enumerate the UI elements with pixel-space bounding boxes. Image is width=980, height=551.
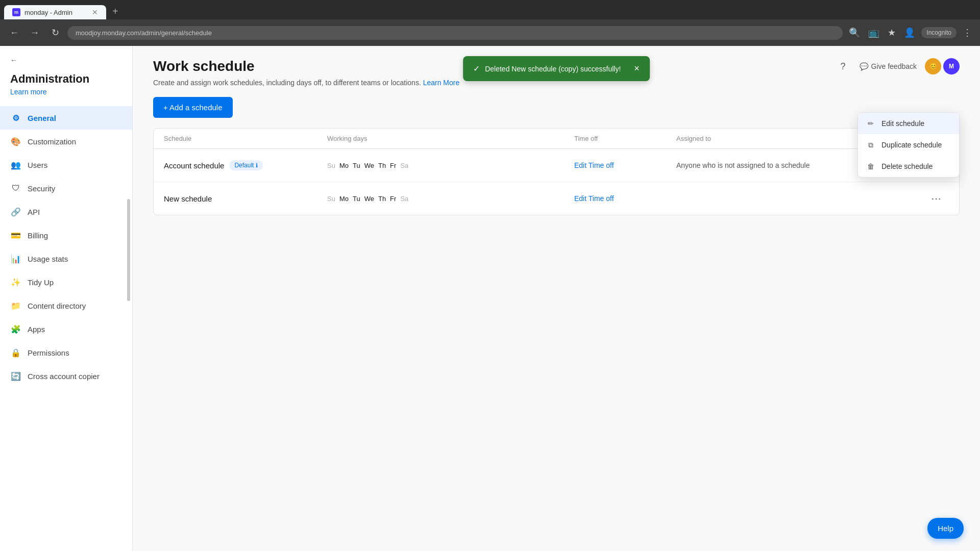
nav-label-tidy-up: Tidy Up bbox=[28, 278, 54, 287]
day-mo: Mo bbox=[339, 162, 349, 169]
table-row: Account schedule Default ℹ Su Mo Tu We T… bbox=[154, 149, 959, 182]
sidebar-item-usage-stats[interactable]: 📊 Usage stats bbox=[0, 247, 132, 270]
day-we: We bbox=[364, 162, 374, 169]
shield-icon: 🛡 bbox=[10, 183, 21, 194]
billing-icon: 💳 bbox=[10, 230, 21, 241]
stats-icon: 📊 bbox=[10, 253, 21, 264]
header-actions: ? 💬 Give feedback 😊 M bbox=[835, 58, 960, 74]
table-header: Schedule Working days Time off Assigned … bbox=[154, 129, 959, 149]
sidebar-scrollbar[interactable] bbox=[127, 199, 130, 301]
day-fr: Fr bbox=[390, 162, 396, 169]
sidebar-title: Administration bbox=[10, 72, 122, 86]
schedule-name-text: Account schedule bbox=[164, 161, 224, 170]
sidebar-item-billing[interactable]: 💳 Billing bbox=[0, 223, 132, 247]
col-time-off: Time off bbox=[574, 135, 676, 142]
nav-label-usage-stats: Usage stats bbox=[28, 255, 68, 263]
time-off-row2: Edit Time off bbox=[574, 194, 676, 203]
schedule-name-text-new: New schedule bbox=[164, 194, 212, 203]
lock-icon: 🔒 bbox=[10, 347, 21, 358]
incognito-badge: Incognito bbox=[921, 27, 957, 38]
folder-icon: 📁 bbox=[10, 300, 21, 311]
edit-icon: ✏ bbox=[866, 119, 875, 128]
reload-button[interactable]: ↻ bbox=[47, 24, 63, 41]
help-button[interactable]: Help bbox=[927, 518, 964, 539]
default-badge: Default ℹ bbox=[229, 160, 263, 170]
sidebar-item-cross-account[interactable]: 🔄 Cross account copier bbox=[0, 364, 132, 388]
schedule-name-account: Account schedule Default ℹ bbox=[164, 160, 327, 170]
sidebar-learn-more[interactable]: Learn more bbox=[10, 88, 122, 96]
menu-icon[interactable]: ⋮ bbox=[961, 25, 974, 40]
sidebar-item-api[interactable]: 🔗 API bbox=[0, 200, 132, 223]
customization-icon: 🎨 bbox=[10, 136, 21, 147]
main-content: ✓ Deleted New schedule (copy) successful… bbox=[133, 46, 980, 551]
active-tab[interactable]: m monday - Admin ✕ bbox=[4, 5, 106, 19]
day-fr-r2: Fr bbox=[390, 195, 396, 203]
sidebar-item-users[interactable]: 👥 Users bbox=[0, 153, 132, 177]
browser-tabs: m monday - Admin ✕ + bbox=[0, 0, 980, 19]
day-th: Th bbox=[378, 162, 386, 169]
sidebar-item-tidy-up[interactable]: ✨ Tidy Up bbox=[0, 270, 132, 294]
duplicate-icon: ⧉ bbox=[866, 140, 875, 149]
sidebar-item-customization[interactable]: 🎨 Customization bbox=[0, 130, 132, 153]
default-label: Default bbox=[234, 162, 254, 169]
day-sa-r2: Sa bbox=[400, 195, 408, 203]
day-mo-r2: Mo bbox=[339, 195, 349, 203]
users-icon: 👥 bbox=[10, 159, 21, 170]
nav-label-content-directory: Content directory bbox=[28, 302, 86, 310]
user-avatars: 😊 M bbox=[925, 58, 960, 74]
edit-time-off-link-row2[interactable]: Edit Time off bbox=[574, 194, 614, 203]
nav-label-permissions: Permissions bbox=[28, 348, 69, 357]
sidebar-back-button[interactable]: ← bbox=[10, 56, 122, 64]
address-bar[interactable]: moodjoy.monday.com/admin/general/schedul… bbox=[67, 26, 843, 40]
day-th-r2: Th bbox=[378, 195, 386, 203]
search-icon[interactable]: 🔍 bbox=[847, 25, 862, 40]
sidebar-nav: ⚙ General 🎨 Customization 👥 Users 🛡 Secu… bbox=[0, 102, 132, 392]
edit-schedule-menuitem[interactable]: ✏ Edit schedule bbox=[858, 113, 959, 134]
cast-icon[interactable]: 📺 bbox=[866, 25, 881, 40]
sidebar-header: ← Administration Learn more bbox=[0, 46, 132, 102]
profile-icon[interactable]: 👤 bbox=[902, 25, 917, 40]
info-icon: ℹ bbox=[256, 162, 258, 169]
day-tu: Tu bbox=[353, 162, 360, 169]
feedback-icon: 💬 bbox=[860, 62, 868, 70]
app-container: ← Administration Learn more ⚙ General 🎨 … bbox=[0, 46, 980, 551]
add-schedule-button[interactable]: + Add a schedule bbox=[153, 97, 233, 118]
toast-close-button[interactable]: × bbox=[634, 63, 640, 74]
new-tab-button[interactable]: + bbox=[108, 4, 122, 19]
sidebar-item-permissions[interactable]: 🔒 Permissions bbox=[0, 341, 132, 364]
sidebar-item-content-directory[interactable]: 📁 Content directory bbox=[0, 294, 132, 317]
tidy-icon: ✨ bbox=[10, 277, 21, 288]
give-feedback-button[interactable]: 💬 Give feedback bbox=[860, 62, 917, 70]
bookmark-icon[interactable]: ★ bbox=[886, 25, 898, 40]
toast-message: Deleted New schedule (copy) successfully… bbox=[485, 65, 621, 73]
address-text: moodjoy.monday.com/admin/general/schedul… bbox=[76, 29, 212, 37]
browser-chrome: m monday - Admin ✕ + ← → ↻ moodjoy.monda… bbox=[0, 0, 980, 46]
table-row: New schedule Su Mo Tu We Th Fr Sa Edit T… bbox=[154, 182, 959, 215]
back-button[interactable]: ← bbox=[6, 24, 22, 41]
nav-label-apps: Apps bbox=[28, 325, 45, 334]
toast-notification: ✓ Deleted New schedule (copy) successful… bbox=[463, 56, 650, 81]
learn-more-link[interactable]: Learn More bbox=[423, 79, 460, 87]
forward-button[interactable]: → bbox=[27, 24, 43, 41]
col-schedule: Schedule bbox=[164, 135, 327, 142]
nav-label-users: Users bbox=[28, 161, 47, 169]
avatar-user[interactable]: M bbox=[943, 58, 960, 74]
tab-close-button[interactable]: ✕ bbox=[92, 8, 98, 16]
duplicate-schedule-menuitem[interactable]: ⧉ Duplicate schedule bbox=[858, 134, 959, 156]
more-options-row2[interactable]: ⋯ bbox=[923, 190, 949, 207]
action-bar: + Add a schedule bbox=[133, 97, 980, 128]
sidebar-item-general[interactable]: ⚙ General bbox=[0, 106, 132, 130]
help-icon-button[interactable]: ? bbox=[835, 58, 851, 74]
page-title: Work schedule bbox=[153, 58, 255, 74]
gear-icon: ⚙ bbox=[10, 112, 21, 123]
duplicate-schedule-label: Duplicate schedule bbox=[881, 141, 942, 149]
edit-time-off-link-row1[interactable]: Edit Time off bbox=[574, 161, 614, 169]
feedback-label: Give feedback bbox=[871, 62, 917, 70]
sidebar: ← Administration Learn more ⚙ General 🎨 … bbox=[0, 46, 133, 551]
schedules-table: Schedule Working days Time off Assigned … bbox=[153, 128, 960, 215]
back-arrow-icon: ← bbox=[10, 56, 17, 64]
sidebar-item-security[interactable]: 🛡 Security bbox=[0, 177, 132, 200]
sidebar-item-apps[interactable]: 🧩 Apps bbox=[0, 317, 132, 341]
delete-schedule-menuitem[interactable]: 🗑 Delete schedule bbox=[858, 156, 959, 177]
day-su-r2: Su bbox=[327, 195, 335, 203]
